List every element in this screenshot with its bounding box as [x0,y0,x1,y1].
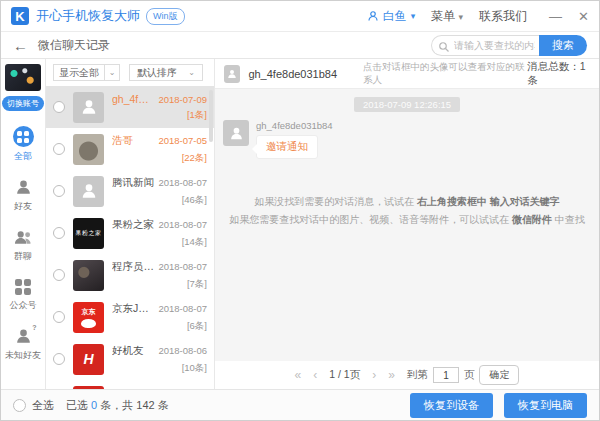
conversation-avatar[interactable] [224,65,240,83]
jd-dog-icon [81,319,96,328]
list-item[interactable]: BBC BBC每日新闻2018-08-06 [46,380,214,389]
tip-line-1: 如果没找到需要的对话消息，试试在 右上角搜索框中 输入对话关键字 [215,193,599,211]
avatar-text: H [83,351,93,367]
last-page-button[interactable]: » [388,368,395,382]
grid-icon [14,278,32,296]
search-button[interactable]: 搜索 [539,35,587,56]
avatar[interactable]: 果粉之家 [73,218,104,249]
list-item[interactable]: 果粉之家 果粉之家2018-08-07 [14条] [46,212,214,254]
grid-circle-icon [13,126,34,147]
sort-dropdown[interactable]: 默认排序 ⌄ [129,64,203,81]
person-icon [14,178,33,197]
app-title: 开心手机恢复大师 [36,7,140,25]
next-page-button[interactable]: › [372,368,376,382]
sidebar-item-unknown-friends[interactable]: ? 未知好友 [5,327,41,362]
row-checkbox[interactable] [53,227,65,239]
message-bubble[interactable]: 邀请通知 [256,135,318,159]
list-item[interactable]: 浩哥2018-07-05 [22条] [46,128,214,170]
row-checkbox[interactable] [53,353,65,365]
conversation-pane: gh_4fe8de031b84 点击对话框中的头像可以查看对应的联系人 消息总数… [215,59,599,389]
close-button[interactable]: ✕ [578,9,589,24]
sidebar-item-label: 公众号 [10,299,37,312]
minimize-button[interactable]: — [549,9,562,24]
chat-name: 腾讯新闻 [112,176,154,190]
selection-summary: 已选 0 条，共 142 条 [66,398,169,413]
chat-date: 2018-07-09 [158,94,207,105]
avatar[interactable]: H [73,344,104,375]
chat-date: 2018-07-05 [158,135,207,146]
account-avatar [5,64,41,91]
avatar-text: 京东 [82,307,96,317]
chat-count: [46条] [112,194,207,207]
app-logo: K [11,7,29,25]
conversation-name: gh_4fe8de031b84 [248,68,337,80]
message-sender: gh_4fe8de031b84 [256,120,333,131]
version-badge: Win版 [146,8,185,25]
chat-name: 好机友 [112,344,144,358]
switch-account-button[interactable]: 切换账号 [2,96,44,111]
prev-page-button[interactable]: ‹ [313,368,317,382]
sidebar: 切换账号 全部 好友 群聊 公众号 [1,59,46,389]
chat-count: [1条] [112,109,207,122]
back-button[interactable]: ← [13,38,28,53]
chat-list-pane: 显示全部 ⌄ 默认排序 ⌄ gh_4fe8de031b842018-07-09 [46,59,215,389]
sidebar-item-all[interactable]: 全部 [13,126,34,163]
avatar[interactable] [73,176,104,207]
list-item[interactable]: H 好机友2018-08-06 [10条] [46,338,214,380]
list-item[interactable]: 京东 京东JD.COM2018-08-07 [6条] [46,296,214,338]
chat-count: [22条] [112,152,207,165]
chat-date: 2018-08-07 [158,303,207,314]
filter-dropdown-value: 显示全部 [53,64,105,81]
conversation-header: gh_4fe8de031b84 点击对话框中的头像可以查看对应的联系人 消息总数… [215,59,599,89]
chat-date: 2018-08-06 [158,345,207,356]
avatar[interactable]: BBC [73,386,104,390]
filter-dropdown[interactable]: 显示全部 ⌄ [53,64,120,81]
title-bar: K 开心手机恢复大师 Win版 白鱼 ▾ 菜单 ▾ 联系我们 — ✕ [1,1,599,31]
list-item[interactable]: gh_4fe8de031b842018-07-09 [1条] [46,86,214,128]
chevron-down-icon: ▾ [459,12,464,22]
first-page-button[interactable]: « [295,368,302,382]
pagination-bar: « ‹ 1 / 1页 › » 到第 页 确定 [215,361,599,389]
sidebar-item-official-accounts[interactable]: 公众号 [10,278,37,312]
user-menu[interactable]: 白鱼 ▾ [367,8,416,25]
restore-to-device-button[interactable]: 恢复到设备 [410,393,493,418]
list-item[interactable]: 腾讯新闻2018-08-07 [46条] [46,170,214,212]
message-area: 2018-07-09 12:26:15 gh_4fe8de031b84 邀请通知… [215,89,599,389]
select-all-checkbox[interactable] [13,399,26,412]
row-checkbox[interactable] [53,269,65,281]
page-title: 微信聊天记录 [38,37,110,54]
row-checkbox[interactable] [53,101,65,113]
search-icon [438,39,450,51]
row-checkbox[interactable] [53,311,65,323]
restore-to-pc-button[interactable]: 恢复到电脑 [504,393,587,418]
user-icon [367,10,379,22]
message-total: 消息总数：1条 [527,60,590,88]
chevron-down-icon[interactable]: ⌄ [105,64,120,81]
page-unit-label: 页 [464,368,475,382]
contact-us-button[interactable]: 联系我们 [479,8,527,25]
chat-name: 京东JD.COM [112,302,154,316]
people-icon [13,228,33,247]
row-checkbox[interactable] [53,143,65,155]
select-all-label: 全选 [32,398,54,413]
sort-dropdown-value: 默认排序 [137,66,177,80]
row-checkbox[interactable] [53,185,65,197]
avatar[interactable] [73,260,104,291]
sidebar-item-label: 未知好友 [5,349,41,362]
tip-line-2: 如果您需要查找对话中的图片、视频、语音等附件，可以试试在 微信附件 中查找 [215,211,599,229]
page-number-input[interactable] [433,367,459,383]
sidebar-item-friends[interactable]: 好友 [14,178,33,213]
avatar[interactable] [73,92,104,123]
menu-label: 菜单 [431,9,455,23]
footer-bar: 全选 已选 0 条，共 142 条 恢复到设备 恢复到电脑 [1,389,599,420]
menu-button[interactable]: 菜单 ▾ [431,8,463,25]
chat-count: [10条] [112,362,207,375]
avatar[interactable]: 京东 [73,302,104,333]
toolbar: ← 微信聊天记录 搜索 [1,31,599,59]
message-avatar[interactable] [223,120,249,146]
avatar[interactable] [73,134,104,165]
sidebar-item-groups[interactable]: 群聊 [13,228,33,263]
confirm-page-button[interactable]: 确定 [479,365,519,385]
list-item[interactable]: 程序员的那点事2018-08-07 [7条] [46,254,214,296]
scrollbar[interactable] [209,90,213,142]
